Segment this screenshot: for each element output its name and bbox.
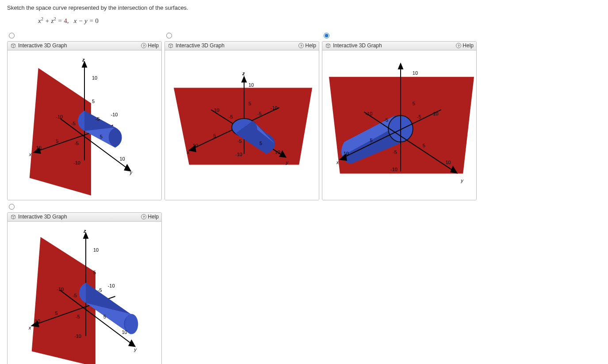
graph-canvas-4[interactable]: z 10 5 -5 -10 x y 10 5 5 10 -10 -5 -5	[8, 222, 161, 364]
svg-text:5: 5	[103, 314, 106, 319]
panel-header: Interactive 3D Graph ? Help	[8, 213, 161, 222]
svg-text:y: y	[134, 347, 137, 352]
svg-text:-5: -5	[74, 141, 79, 146]
panel-header: Interactive 3D Graph ? Help	[322, 42, 476, 50]
svg-text:y: y	[129, 170, 133, 175]
svg-text:10: 10	[249, 82, 254, 87]
svg-text:-10: -10	[56, 114, 63, 119]
option-3: Interactive 3D Graph ? Help	[322, 32, 477, 200]
svg-text:-10: -10	[108, 283, 115, 288]
svg-text:-10: -10	[74, 333, 81, 339]
eq-red-value: 4	[64, 17, 67, 24]
radio-option-1[interactable]	[9, 33, 15, 38]
svg-marker-0	[30, 68, 91, 195]
svg-text:-5: -5	[229, 114, 233, 119]
radio-option-4[interactable]	[9, 204, 15, 210]
svg-text:-10: -10	[271, 105, 278, 111]
svg-marker-73	[129, 340, 135, 346]
svg-text:-5: -5	[71, 121, 76, 126]
svg-marker-24	[242, 77, 246, 82]
question-text: Sketch the space curve represented by th…	[7, 4, 601, 11]
svg-text:-10: -10	[212, 107, 219, 113]
svg-text:x: x	[336, 159, 339, 165]
help-icon: ?	[456, 43, 461, 48]
help-icon: ?	[141, 43, 146, 48]
radio-wrapper-3	[324, 33, 477, 40]
help-icon: ?	[141, 214, 146, 219]
graph-panel-3[interactable]: Interactive 3D Graph ? Help	[322, 41, 477, 200]
help-label: Help	[463, 42, 474, 49]
option-1: Interactive 3D Graph ? Help	[7, 32, 162, 200]
svg-text:10: 10	[445, 159, 451, 165]
graph-canvas-1[interactable]: z 10 5 -5 -10 x y 10 5 5 10 -10 -5 -5	[8, 50, 161, 200]
radio-wrapper-2	[166, 33, 319, 40]
svg-text:5: 5	[93, 270, 96, 275]
graph-canvas-2[interactable]: z 10 5 -5 -10 x y 10 5 5 10 -10 -5 -5	[165, 50, 319, 200]
svg-text:-5: -5	[417, 114, 421, 119]
panel-title: Interactive 3D Graph	[18, 42, 67, 49]
svg-text:5: 5	[100, 134, 103, 139]
panel-title: Interactive 3D Graph	[18, 214, 67, 220]
svg-text:z: z	[242, 71, 245, 76]
svg-text:x: x	[28, 325, 31, 330]
svg-text:10: 10	[344, 151, 349, 156]
svg-text:-10: -10	[235, 152, 242, 157]
help-label: Help	[148, 214, 159, 220]
svg-text:10: 10	[93, 247, 99, 253]
help-link[interactable]: ? Help	[456, 42, 474, 49]
graph-panel-2[interactable]: Interactive 3D Graph ? Help	[164, 41, 319, 200]
svg-text:10: 10	[35, 318, 40, 324]
panel-title: Interactive 3D Graph	[333, 42, 382, 49]
svg-text:10: 10	[122, 329, 127, 334]
svg-text:5: 5	[213, 133, 216, 138]
svg-text:x: x	[29, 152, 32, 157]
option-2: Interactive 3D Graph ? Help	[164, 32, 319, 200]
option-4: Interactive 3D Graph ? Help	[7, 203, 162, 364]
svg-text:-10: -10	[365, 111, 372, 116]
panel-title: Interactive 3D Graph	[176, 42, 225, 49]
help-link[interactable]: ? Help	[298, 42, 316, 49]
help-link[interactable]: ? Help	[141, 214, 159, 220]
eq-part1: x2 + z2 =	[38, 17, 64, 24]
svg-text:-5: -5	[73, 293, 77, 298]
radio-option-3[interactable]	[324, 33, 329, 38]
svg-text:5: 5	[423, 143, 425, 148]
svg-text:-5: -5	[257, 111, 262, 116]
svg-text:10: 10	[36, 145, 42, 150]
cube-icon	[168, 42, 174, 49]
svg-text:-5: -5	[76, 314, 80, 319]
graph-panel-4[interactable]: Interactive 3D Graph ? Help	[7, 212, 162, 364]
svg-text:-5: -5	[96, 116, 100, 122]
cube-icon	[325, 42, 331, 49]
eq-part2: ,	[67, 17, 74, 24]
svg-text:5: 5	[92, 99, 95, 104]
graph-canvas-3[interactable]: 10 5 -5 -10 x y 10 5 5 10 -10 -5 -5 -10	[322, 50, 476, 200]
svg-text:-5: -5	[98, 287, 102, 293]
svg-text:-5: -5	[393, 149, 397, 155]
svg-text:y: y	[460, 178, 464, 183]
svg-text:5: 5	[370, 138, 372, 143]
svg-text:x: x	[187, 149, 190, 155]
cube-icon	[10, 42, 16, 49]
svg-text:-5: -5	[237, 138, 242, 144]
svg-marker-2	[82, 62, 87, 67]
help-icon: ?	[298, 43, 304, 48]
radio-wrapper-4	[9, 204, 162, 211]
svg-text:10: 10	[92, 75, 97, 80]
svg-text:10: 10	[120, 156, 125, 161]
help-link[interactable]: ? Help	[141, 42, 159, 49]
radio-option-2[interactable]	[166, 33, 172, 38]
svg-text:-10: -10	[73, 160, 80, 165]
panel-header: Interactive 3D Graph ? Help	[8, 42, 161, 50]
svg-text:-10: -10	[57, 287, 64, 292]
svg-text:10: 10	[413, 70, 418, 76]
svg-text:-10: -10	[111, 112, 118, 117]
graph-panel-1[interactable]: Interactive 3D Graph ? Help	[7, 41, 162, 200]
options-container: Interactive 3D Graph ? Help	[7, 32, 601, 364]
svg-marker-48	[398, 64, 403, 69]
svg-text:-10: -10	[432, 111, 439, 116]
svg-marker-69	[84, 233, 88, 238]
help-label: Help	[148, 42, 159, 49]
svg-text:5: 5	[413, 101, 415, 106]
svg-text:10: 10	[193, 143, 198, 148]
